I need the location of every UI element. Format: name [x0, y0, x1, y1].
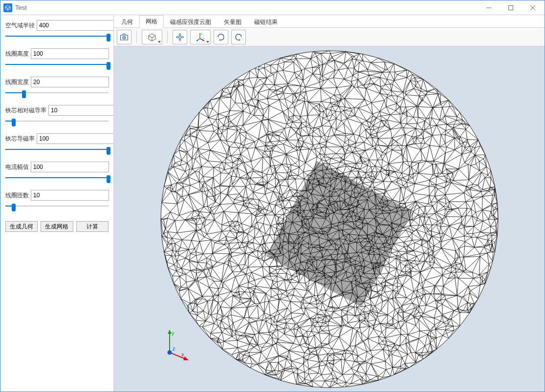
tab[interactable]: 几何 — [115, 16, 139, 28]
svg-point-3 — [124, 37, 125, 38]
svg-rect-0 — [508, 5, 513, 10]
param-label: 电流幅值 — [5, 163, 29, 171]
axes-button[interactable]: y x — [190, 30, 211, 44]
param-slider[interactable] — [5, 203, 109, 209]
param-input[interactable] — [31, 162, 109, 172]
tab[interactable]: 网格 — [139, 15, 164, 28]
close-button[interactable] — [522, 1, 544, 15]
tab[interactable]: 矢量图 — [218, 16, 248, 28]
main-panel: 几何网格磁感应强度云图矢量图磁链结果 — [114, 15, 545, 392]
app-icon — [3, 3, 12, 12]
tab-bar: 几何网格磁感应强度云图矢量图磁链结果 — [114, 15, 545, 28]
cube-view-button[interactable] — [142, 30, 162, 44]
param-input[interactable] — [31, 48, 109, 59]
param-row: 铁芯相对磁导率 — [5, 105, 109, 124]
param-input[interactable] — [48, 105, 114, 116]
param-row: 线圈匝数 — [5, 190, 109, 209]
generate-geometry-button[interactable]: 生成几何 — [5, 221, 38, 232]
param-row: 铁芯导磁率 — [5, 133, 109, 153]
param-label: 空气域半径 — [5, 21, 35, 30]
graphics-viewport[interactable]: y x z — [114, 46, 545, 392]
param-label: 铁芯导磁率 — [5, 135, 35, 143]
compute-button[interactable]: 计算 — [76, 221, 109, 232]
param-slider[interactable] — [5, 146, 109, 153]
maximize-button[interactable] — [500, 1, 522, 15]
param-input[interactable] — [31, 77, 109, 87]
minimize-button[interactable] — [478, 1, 500, 15]
tab[interactable]: 磁感应强度云图 — [164, 16, 218, 28]
param-label: 线圈高度 — [5, 50, 29, 58]
rotate-cw-button[interactable] — [214, 30, 228, 44]
camera-icon[interactable] — [117, 30, 131, 44]
param-label: 线圈宽度 — [5, 78, 29, 86]
parameter-sidebar: 空气域半径 线圈高度 线圈宽度 铁芯相对磁导率 — [0, 15, 114, 392]
svg-text:x: x — [203, 37, 204, 40]
param-row: 空气域半径 — [5, 20, 109, 40]
param-row: 线圈高度 — [5, 48, 109, 68]
svg-marker-12 — [219, 39, 221, 41]
tab[interactable]: 磁链结果 — [248, 16, 284, 28]
titlebar: Test — [0, 0, 545, 15]
pan-button[interactable] — [173, 30, 187, 44]
rotate-ccw-button[interactable] — [231, 30, 246, 44]
param-row: 线圈宽度 — [5, 77, 109, 96]
param-label: 线圈匝数 — [5, 191, 29, 200]
param-slider[interactable] — [5, 33, 109, 40]
param-input[interactable] — [31, 190, 109, 201]
svg-marker-13 — [239, 39, 240, 41]
param-slider[interactable] — [5, 89, 109, 96]
param-slider[interactable] — [5, 118, 109, 124]
window-title: Test — [15, 4, 27, 11]
param-label: 铁芯相对磁导率 — [5, 106, 46, 115]
viewport-toolbar: y x — [114, 28, 545, 46]
param-input[interactable] — [37, 133, 114, 144]
action-button-row: 生成几何 生成网格 计算 — [5, 221, 109, 232]
app-window: Test 空气域半径 线圈高度 线圈宽度 — [0, 0, 545, 392]
param-input[interactable] — [37, 20, 114, 31]
param-row: 电流幅值 — [5, 162, 109, 181]
param-slider[interactable] — [5, 174, 109, 181]
generate-mesh-button[interactable]: 生成网格 — [41, 221, 73, 232]
param-slider[interactable] — [5, 61, 109, 68]
mesh-visualization — [144, 48, 515, 390]
svg-text:y: y — [201, 32, 202, 35]
